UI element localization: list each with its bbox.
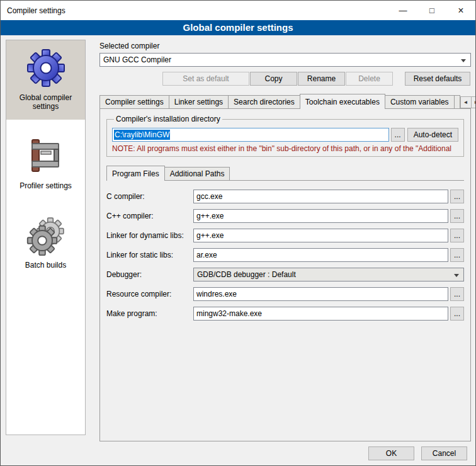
cpp-compiler-browse-button[interactable]: ... [450,209,464,223]
maximize-icon[interactable]: □ [417,1,446,20]
debugger-select[interactable]: GDB/CDB debugger : Default [193,268,464,281]
linker-dynamic-input[interactable] [193,229,448,242]
close-icon[interactable]: × [446,1,475,20]
main-panel: Selected compiler GNU GCC Compiler Set a… [92,40,471,441]
make-program-browse-button[interactable]: ... [450,307,464,321]
install-dir-row: C:\raylib\MinGW ... Auto-detect [112,128,458,142]
resource-compiler-label: Resource compiler: [106,290,193,298]
toolchain-executables-panel: Compiler's installation directory C:\ray… [99,108,471,441]
form-row-make-program: Make program: ... [106,307,464,321]
tab-compiler-settings[interactable]: Compiler settings [99,95,169,108]
install-dir-group-title: Compiler's installation directory [114,115,222,123]
make-program-label: Make program: [106,309,193,318]
cancel-button[interactable]: Cancel [421,446,467,460]
linker-dynamic-browse-button[interactable]: ... [450,229,464,242]
cpp-compiler-label: C++ compiler: [106,212,193,220]
c-compiler-browse-button[interactable]: ... [450,190,464,203]
linker-dynamic-label: Linker for dynamic libs: [106,231,193,240]
chevron-down-icon [454,274,459,277]
install-dir-note: NOTE: All programs must exist either in … [112,144,458,153]
compiler-select-value: GNU GCC Compiler [103,55,171,64]
install-dir-value: C:\raylib\MinGW [114,130,170,140]
sidebar-item-profiler-settings[interactable]: Profiler settings [6,128,85,199]
linker-static-browse-button[interactable]: ... [450,248,464,262]
install-dir-input[interactable]: C:\raylib\MinGW [112,128,389,142]
rename-button[interactable]: Rename [298,72,345,86]
compiler-select[interactable]: GNU GCC Compiler [99,53,471,67]
page-title: Global compiler settings [1,20,475,35]
dialog-body: Global compiler settings Profiler settin… [1,35,475,441]
sidebar-item-batch-builds[interactable]: Batch builds [6,208,85,278]
form-row-cpp-compiler: C++ compiler: ... [106,209,464,223]
sidebar-item-global-compiler-settings[interactable]: Global compiler settings [6,40,85,120]
resource-compiler-input[interactable] [193,287,448,301]
selected-compiler-label: Selected compiler [99,42,471,50]
tab-custom-variables[interactable]: Custom variables [385,95,455,108]
form-row-resource-compiler: Resource compiler: ... [106,287,464,301]
tab-build-options[interactable]: Builc [454,95,460,108]
form-row-linker-dynamic: Linker for dynamic libs: ... [106,229,464,242]
debugger-select-value: GDB/CDB debugger : Default [197,270,296,279]
auto-detect-button[interactable]: Auto-detect [407,128,458,142]
delete-button: Delete [346,72,393,86]
dialog-footer: OK Cancel [1,441,475,465]
settings-sidebar: Global compiler settings Profiler settin… [6,40,86,435]
settings-tabs: Compiler settings Linker settings Search… [99,94,471,108]
compiler-actions: Set as default Copy Rename Delete Reset … [99,72,471,86]
set-as-default-button: Set as default [162,72,249,86]
compiler-settings-dialog: Compiler settings — □ × Global compiler … [0,0,476,466]
tab-scroll-right-icon[interactable]: ► [471,96,476,108]
linker-static-input[interactable] [193,248,448,262]
make-program-input[interactable] [193,307,448,321]
c-compiler-input[interactable] [193,190,448,203]
sidebar-item-label: Profiler settings [20,181,72,190]
debugger-label: Debugger: [106,270,193,279]
tab-scroll-controls: ◄ ► [460,96,476,108]
linker-static-label: Linker for static libs: [106,251,193,259]
gray-gears-icon [26,215,66,256]
form-row-c-compiler: C compiler: ... [106,190,464,203]
ok-button[interactable]: OK [368,446,414,460]
install-dir-browse-button[interactable]: ... [391,128,405,142]
blue-gear-icon [26,48,66,88]
minimize-icon[interactable]: — [388,1,417,20]
sidebar-item-label: Batch builds [25,261,66,270]
tab-scroll-left-icon[interactable]: ◄ [460,96,472,108]
window-title: Compiler settings [1,6,388,15]
chevron-down-icon [461,59,466,62]
form-row-debugger: Debugger: GDB/CDB debugger : Default [106,268,464,281]
subtab-additional-paths[interactable]: Additional Paths [164,167,230,180]
program-files-form: C compiler: ... C++ compiler: ... Linker… [106,190,464,321]
copy-button[interactable]: Copy [250,72,297,86]
titlebar: Compiler settings — □ × [1,1,475,20]
c-compiler-label: C compiler: [106,192,193,201]
sidebar-item-label: Global compiler settings [9,93,82,111]
reset-defaults-button[interactable]: Reset defaults [405,72,470,86]
resource-compiler-browse-button[interactable]: ... [450,287,464,301]
tab-toolchain-executables[interactable]: Toolchain executables [300,94,385,109]
tab-linker-settings[interactable]: Linker settings [169,95,229,108]
tab-search-directories[interactable]: Search directories [228,95,300,108]
install-dir-group: Compiler's installation directory C:\ray… [106,115,464,157]
program-tabs: Program Files Additional Paths [106,166,464,181]
form-row-linker-static: Linker for static libs: ... [106,248,464,262]
cpp-compiler-input[interactable] [193,209,448,223]
clamp-tool-icon [26,136,66,176]
subtab-program-files[interactable]: Program Files [106,166,165,181]
